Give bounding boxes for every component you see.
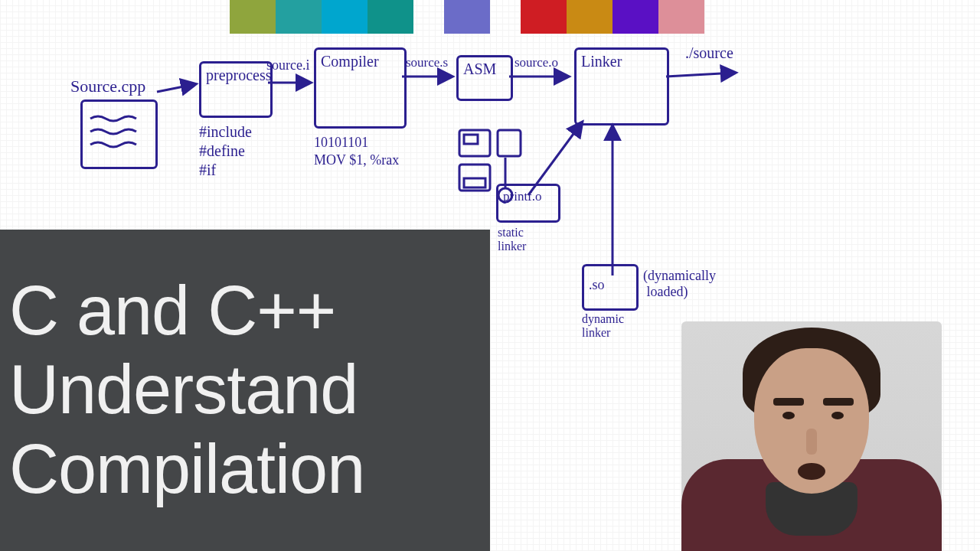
node-asm: ASM: [456, 55, 513, 101]
svg-rect-11: [464, 178, 485, 187]
notes-compiler: 10101101 MOV $1, %rax: [314, 134, 399, 168]
presenter-webcam: [681, 321, 942, 551]
title-line: Understand: [9, 351, 358, 428]
swatch: [567, 0, 612, 34]
node-linker: Linker: [574, 47, 669, 126]
node-so-label: .so: [584, 266, 636, 296]
swatch: [612, 0, 658, 34]
node-printf-o-label: printf.o: [498, 186, 558, 207]
swatch: [413, 0, 444, 34]
notes-dynamically-loaded: (dynamically loaded): [643, 268, 716, 299]
svg-line-4: [666, 73, 735, 77]
video-title-text: C and C++ Understand Compilation: [0, 272, 364, 510]
node-asm-label: ASM: [459, 57, 511, 81]
node-source-file: [80, 99, 158, 169]
node-so: .so: [582, 264, 639, 311]
swatch: [521, 0, 567, 34]
title-line: C and C++: [9, 272, 335, 349]
node-linker-label: Linker: [577, 50, 667, 73]
svg-rect-8: [464, 135, 478, 144]
notes-static-linker: static linker: [498, 226, 526, 253]
swatch: [444, 0, 490, 34]
node-printf-o: printf.o: [496, 184, 560, 223]
swatch: [368, 0, 413, 34]
color-swatch-bar: [230, 0, 704, 34]
node-compiler: Compiler: [314, 47, 407, 129]
label-source-cpp: Source.cpp: [70, 77, 145, 96]
video-title-overlay: C and C++ Understand Compilation: [0, 230, 490, 551]
notes-preprocess: #include #define #if: [199, 122, 252, 180]
svg-line-0: [157, 84, 195, 92]
node-preprocess: preprocess: [199, 61, 273, 118]
svg-rect-9: [498, 130, 521, 156]
notes-dynamic-linker: dynamic linker: [582, 312, 624, 339]
swatch: [490, 0, 521, 34]
swatch: [658, 0, 704, 34]
swatch: [322, 0, 368, 34]
edge-label-source-i: source.i: [266, 57, 309, 73]
node-compiler-label: Compiler: [316, 50, 404, 73]
edge-label-exec: ./source: [685, 44, 733, 62]
svg-rect-7: [459, 130, 490, 156]
swatch: [230, 0, 276, 34]
swatch: [276, 0, 322, 34]
node-preprocess-label: preprocess: [201, 64, 270, 87]
edge-label-source-s: source.s: [406, 55, 448, 70]
edge-label-source-o: source.o: [514, 55, 558, 70]
title-line: Compilation: [9, 431, 364, 507]
svg-rect-10: [459, 165, 490, 191]
